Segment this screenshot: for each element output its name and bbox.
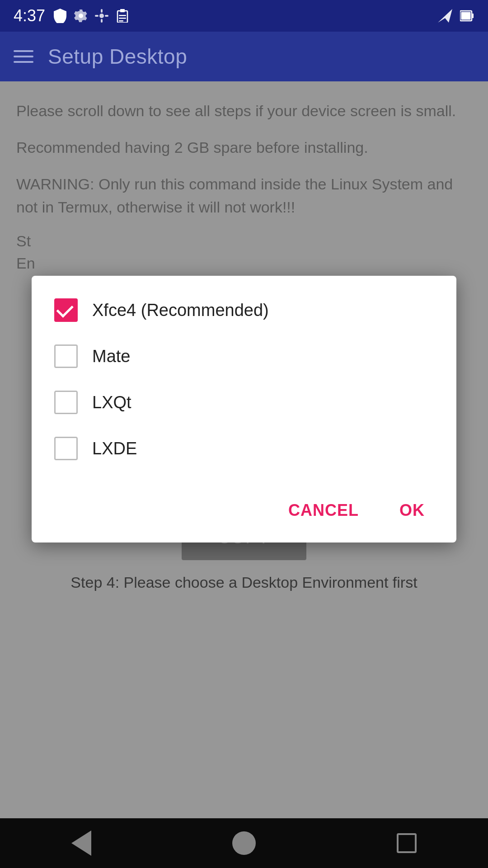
svg-rect-5 [105, 15, 108, 17]
cancel-button[interactable]: CANCEL [279, 496, 368, 524]
status-right [437, 8, 474, 24]
option-lxqt[interactable]: LXQt [54, 391, 434, 414]
settings-alt-icon [94, 8, 109, 24]
svg-point-1 [99, 14, 104, 18]
option-lxde[interactable]: LXDE [54, 437, 434, 460]
app-bar: Setup Desktop [0, 32, 488, 81]
svg-rect-14 [461, 12, 471, 20]
battery-icon [459, 8, 474, 24]
option-mate[interactable]: Mate [54, 344, 434, 368]
option-mate-label: Mate [92, 347, 130, 366]
checkbox-mate[interactable] [54, 344, 78, 368]
svg-rect-8 [119, 15, 126, 16]
clipboard-icon [115, 8, 130, 24]
status-bar: 4:37 [0, 0, 488, 32]
svg-rect-4 [95, 15, 99, 17]
dialog: Xfce4 (Recommended) Mate LXQt LXDE CANCE… [32, 276, 456, 542]
checkbox-xfce4[interactable] [54, 298, 78, 322]
svg-rect-9 [119, 18, 126, 19]
svg-marker-11 [438, 9, 452, 23]
svg-rect-13 [472, 14, 474, 18]
svg-rect-3 [101, 19, 103, 23]
gear-icon [73, 8, 89, 24]
shield-icon [52, 8, 68, 24]
option-xfce4[interactable]: Xfce4 (Recommended) [54, 298, 434, 322]
status-time: 4:37 [14, 6, 45, 25]
hamburger-menu-icon[interactable] [14, 50, 33, 63]
status-left: 4:37 [14, 6, 130, 25]
checkbox-lxqt[interactable] [54, 391, 78, 414]
main-area: Please scroll down to see all steps if y… [0, 81, 488, 868]
signal-icon [437, 8, 453, 24]
checkbox-lxde[interactable] [54, 437, 78, 460]
svg-rect-2 [101, 9, 103, 13]
option-xfce4-label: Xfce4 (Recommended) [92, 301, 269, 320]
option-lxde-label: LXDE [92, 439, 137, 458]
option-lxqt-label: LXQt [92, 393, 131, 412]
ok-button[interactable]: OK [390, 496, 434, 524]
dialog-actions: CANCEL OK [54, 487, 434, 524]
app-title: Setup Desktop [48, 44, 187, 69]
svg-rect-10 [119, 20, 123, 22]
status-icons [52, 8, 130, 24]
svg-rect-7 [120, 9, 125, 12]
